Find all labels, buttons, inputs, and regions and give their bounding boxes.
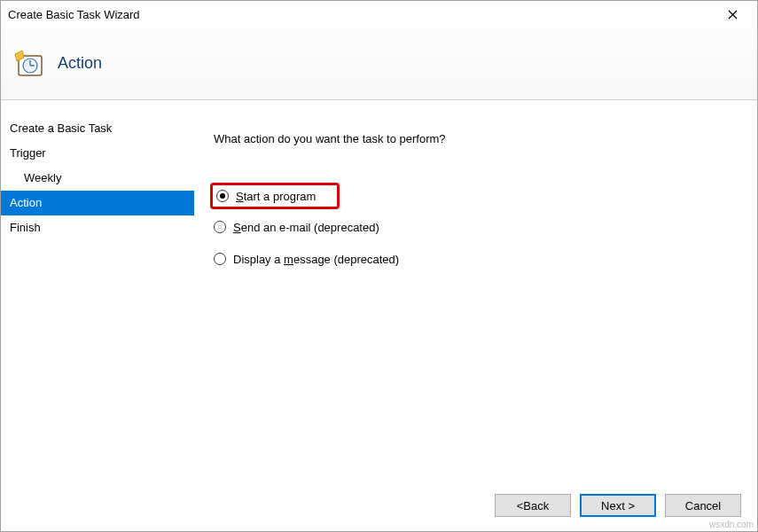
cancel-button[interactable]: Cancel [665, 494, 741, 517]
radio-icon [214, 221, 226, 233]
wizard-header: Action [1, 27, 757, 100]
radio-icon [216, 190, 229, 202]
sidebar-item[interactable]: Finish [1, 215, 194, 240]
task-scheduler-icon [13, 49, 43, 79]
page-title: Action [58, 54, 102, 73]
next-button[interactable]: Next > [580, 494, 656, 517]
sidebar-item[interactable]: Action [1, 191, 194, 215]
radio-group: Start a programSend an e-mail (deprecate… [214, 183, 739, 273]
wizard-window: Create Basic Task Wizard Action Create a… [0, 0, 758, 532]
sidebar-item[interactable]: Trigger [1, 141, 194, 166]
window-title: Create Basic Task Wizard [8, 8, 715, 21]
sidebar-item[interactable]: Create a Basic Task [1, 116, 194, 141]
button-bar: < Back Next > Cancel [495, 494, 741, 517]
radio-label: Display a message (deprecated) [233, 253, 399, 266]
radio-label: Send an e-mail (deprecated) [233, 221, 379, 234]
prompt-text: What action do you want the task to perf… [214, 132, 739, 145]
titlebar: Create Basic Task Wizard [1, 1, 757, 27]
sidebar-item[interactable]: Weekly [1, 166, 194, 191]
radio-icon [214, 253, 226, 265]
back-button[interactable]: < Back [495, 494, 571, 517]
radio-option[interactable]: Send an e-mail (deprecated) [214, 213, 739, 241]
close-button[interactable] [715, 2, 750, 27]
radio-option[interactable]: Start a program [210, 183, 340, 209]
radio-label: Start a program [236, 190, 316, 203]
watermark: wsxdn.com [709, 520, 754, 529]
close-icon [728, 10, 738, 20]
radio-option[interactable]: Display a message (deprecated) [214, 245, 739, 273]
wizard-sidebar: Create a Basic TaskTriggerWeeklyActionFi… [1, 100, 194, 531]
wizard-content: What action do you want the task to perf… [194, 100, 757, 531]
wizard-body: Create a Basic TaskTriggerWeeklyActionFi… [1, 100, 757, 531]
